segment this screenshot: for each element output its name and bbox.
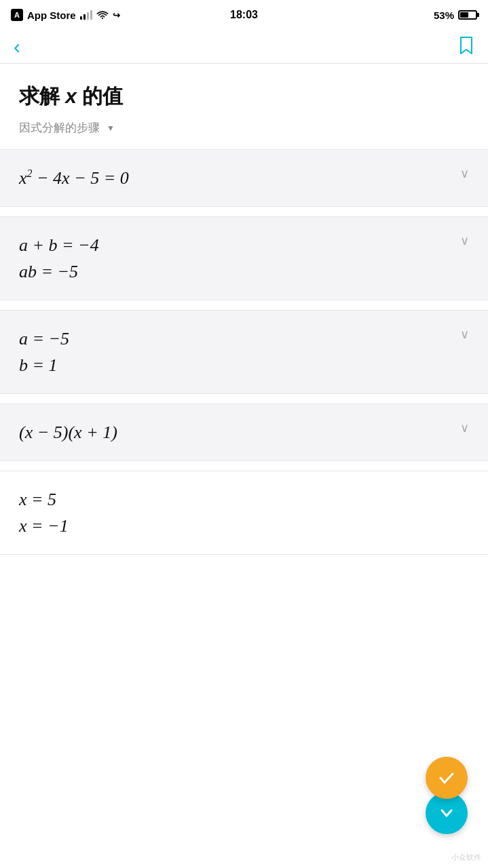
step4-line1: (x − 5)(x + 1): [19, 419, 460, 446]
page-header: 求解 x 的值 因式分解的步骤 ▼: [0, 64, 488, 146]
step5-line1: x = 5: [19, 486, 469, 513]
check-icon: [437, 768, 456, 787]
status-right: 53%: [434, 9, 477, 21]
fab-check-button[interactable]: [426, 757, 468, 799]
step5-line2: x = −1: [19, 513, 469, 539]
step-content-2: a + b = −4 ab = −5: [19, 232, 460, 285]
step-content-4: (x − 5)(x + 1): [19, 419, 460, 446]
step-content-1: x2 − 4x − 5 = 0: [19, 165, 460, 191]
app-store-icon: A: [11, 9, 23, 21]
divider-4: [0, 465, 488, 471]
app-store-label: App Store: [27, 9, 76, 21]
divider-2: [0, 304, 488, 310]
step-row-3[interactable]: a = −5 b = 1 ∨: [0, 310, 488, 394]
battery-icon: [458, 10, 477, 20]
step3-line2: b = 1: [19, 352, 460, 378]
step-content-5: x = 5 x = −1: [19, 486, 469, 539]
step2-line2: ab = −5: [19, 258, 460, 285]
status-time: 18:03: [230, 9, 258, 21]
chevron-icon-2: ∨: [460, 233, 469, 248]
step-row-1[interactable]: x2 − 4x − 5 = 0 ∨: [0, 149, 488, 207]
step-row-5: x = 5 x = −1: [0, 471, 488, 555]
step2-line1: a + b = −4: [19, 232, 460, 258]
chevron-icon-3: ∨: [460, 327, 469, 342]
chevron-icon-4: ∨: [460, 420, 469, 435]
down-arrow-icon: [437, 804, 456, 823]
bookmark-button[interactable]: [458, 36, 474, 58]
step3-line1: a = −5: [19, 326, 460, 352]
divider-1: [0, 211, 488, 216]
status-left: A App Store ↪: [11, 9, 120, 21]
watermark: 小众软件: [451, 852, 481, 863]
lte-icon: ↪: [113, 10, 120, 20]
status-bar: A App Store ↪ 18:03 53%: [0, 0, 488, 30]
wifi-icon: [96, 10, 109, 20]
battery-percent: 53%: [434, 9, 454, 21]
steps-container: x2 − 4x − 5 = 0 ∨ a + b = −4 ab = −5 ∨ a…: [0, 149, 488, 555]
page-title: 求解 x 的值: [19, 83, 469, 111]
step-row-4[interactable]: (x − 5)(x + 1) ∨: [0, 403, 488, 461]
steps-arrow: ▼: [107, 123, 115, 133]
steps-label-text: 因式分解的步骤: [19, 120, 100, 136]
steps-label[interactable]: 因式分解的步骤 ▼: [19, 120, 469, 136]
fab-container: [426, 757, 468, 834]
step1-line1: x2 − 4x − 5 = 0: [19, 165, 460, 191]
step-content-3: a = −5 b = 1: [19, 326, 460, 378]
back-button[interactable]: ‹: [14, 37, 20, 57]
step-row-2[interactable]: a + b = −4 ab = −5 ∨: [0, 216, 488, 300]
nav-bar: ‹: [0, 30, 488, 64]
chevron-icon-1: ∨: [460, 166, 469, 181]
divider-3: [0, 398, 488, 403]
signal-icon: [80, 10, 92, 20]
